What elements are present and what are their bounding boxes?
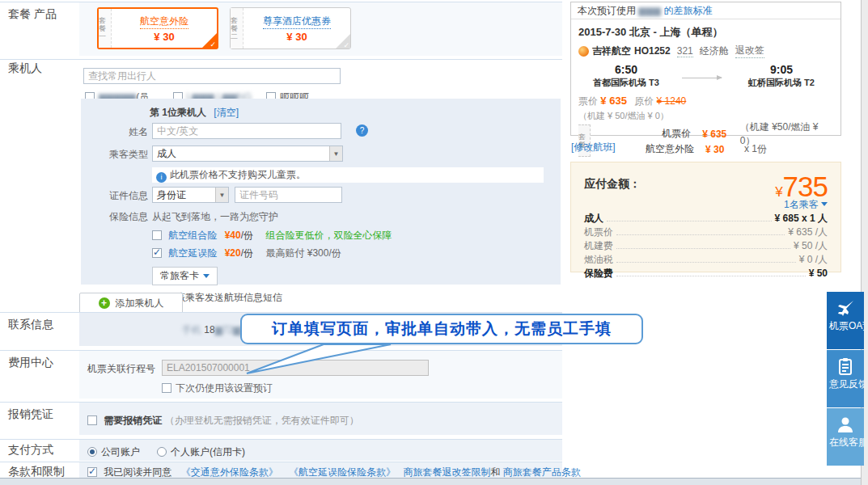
side-tab-bar: 机票OA预订 意见反馈 在线客服 — [827, 292, 864, 466]
check-icon: ✓ — [343, 41, 349, 49]
side-tab-label: 意见反馈 — [827, 377, 864, 391]
plus-icon: + — [99, 297, 110, 309]
sms-option: 给该乘客发送航班信息短信 — [152, 291, 632, 305]
package-product-terms-link[interactable]: 商旅套餐产品条款 — [503, 466, 581, 478]
insurance-price: ¥ 30 — [694, 144, 744, 155]
remember-setting-checkbox[interactable]: 下次仍使用该设置预订 — [162, 382, 273, 395]
insurance-quantity: x 1份 — [744, 142, 767, 156]
name-input[interactable] — [152, 123, 341, 139]
package-card-hotel-coupon[interactable]: 套餐二 尊享酒店优惠券 ¥ 30 ✓ — [230, 7, 351, 49]
insurance-unit: /份 — [241, 230, 253, 241]
passenger-count-toggle[interactable]: 1名乘客 — [584, 198, 828, 212]
travel-policy-line: 本次预订使用 ▆▆▆ 的差旅标准 — [571, 2, 840, 19]
passenger-detail-header: 第 1位乘机人 [清空] — [150, 106, 239, 120]
policy-link[interactable]: 的差旅标准 — [663, 5, 712, 16]
search-traveler-input[interactable] — [83, 68, 341, 84]
section-terms: 条款和限制 我已阅读并同意 《交通意外保险条款》 《航空延误险保险条款》 商旅套… — [0, 462, 562, 478]
radio-icon[interactable] — [157, 447, 167, 457]
chevron-down-icon[interactable]: ▼ — [215, 188, 228, 202]
breakdown-row: 成人¥ 685 x 1 人 — [584, 212, 828, 226]
frequent-flyer-card-button[interactable]: 常旅客卡 — [152, 267, 218, 285]
section-passenger: 乘机人 ▆▆▆▆▆(员… L▆▆▆ L▆▆NG 呃呃呃 第 1位乘机人 [清空]… — [0, 59, 562, 292]
passenger-index-title: 第 1位乘机人 — [150, 107, 206, 118]
arrival-airport: 虹桥国际机场 T2 — [730, 77, 833, 89]
package-card-title[interactable]: 航空意外险 — [140, 15, 188, 29]
airline-logo-icon — [578, 46, 589, 57]
section-package-label: 套餐 产品 — [8, 7, 79, 22]
checkbox-icon[interactable] — [152, 230, 162, 240]
checkbox-icon[interactable] — [87, 415, 97, 425]
id-type-select[interactable]: 身份证 ▼ — [152, 187, 229, 203]
section-passenger-label: 乘机人 — [8, 61, 79, 76]
contact-segment: ▆72▆ — [215, 324, 241, 335]
radio-selected-icon[interactable] — [87, 447, 97, 457]
package-summary: 套餐 机票价 ¥ 635 （机建 ¥50/燃油 ¥ 0） 航空意外险 ¥ 30 … — [578, 124, 833, 157]
traffic-insurance-terms-link[interactable]: 《交通意外保险条款》 — [181, 466, 278, 478]
terms-agree-text: 我已阅读并同意 — [104, 466, 171, 478]
passenger-content: ▆▆▆▆▆(员… L▆▆▆ L▆▆NG 呃呃呃 第 1位乘机人 [清空] 姓名 … — [79, 60, 562, 292]
section-payment-label: 支付方式 — [8, 443, 79, 458]
pay-personal-label: 个人账户(信用卡) — [171, 446, 245, 458]
original-price: ¥ 1240 — [657, 95, 687, 107]
insurance-unit: /份 — [241, 247, 253, 259]
window-bottom-edge — [0, 478, 861, 485]
passenger-count-label: 1名乘客 — [784, 199, 819, 210]
checkbox-checked-icon[interactable] — [87, 467, 97, 477]
trip-no-label: 机票关联行程号 — [87, 362, 155, 376]
original-price-label: 原价 — [634, 95, 654, 107]
arrival-time: 9:05 — [730, 63, 833, 76]
help-icon[interactable]: ? — [356, 124, 368, 137]
insurance-note: 组合险更低价，双险全心保障 — [265, 230, 392, 241]
departure-airport: 首都国际机场 T3 — [578, 77, 674, 89]
side-tab-online-service[interactable]: 在线客服 — [827, 408, 864, 466]
id-number-input[interactable] — [235, 187, 342, 203]
refund-rules-link[interactable]: 退改签 — [735, 44, 764, 58]
insurance-name-link[interactable]: 航空延误险 — [168, 247, 217, 259]
fare-amount: ¥ 635 — [600, 95, 627, 107]
insurance-option-combo: 航空组合险 ¥40/份 组合险更低价，双险全心保障 — [152, 229, 632, 242]
package-cards: 套餐一 航空意外险 ¥ 30 ✓ 套餐二 尊享酒店优惠券 ¥ 30 ✓ — [97, 7, 351, 49]
chevron-down-icon[interactable]: ▼ — [329, 146, 342, 161]
id-info-label: 证件信息 — [83, 189, 148, 203]
delay-insurance-terms-link[interactable]: 《航空延误险保险条款》 — [289, 466, 396, 478]
pay-personal-radio[interactable]: 个人账户(信用卡) — [157, 445, 245, 459]
package-card-title[interactable]: 尊享酒店优惠券 — [263, 15, 331, 29]
need-receipt-checkbox[interactable]: 需要报销凭证 （办理登机无需报销凭证，凭有效证件即可） — [87, 414, 359, 428]
contact-segment: 手机 — [182, 324, 201, 335]
breakdown-row: 燃油税¥ 0 /人 — [584, 253, 828, 267]
annotation-callout: 订单填写页面，审批单自动带入，无需员工手填 — [240, 314, 643, 344]
side-tab-feedback[interactable]: 意见反馈 — [827, 350, 864, 407]
modify-flight-link[interactable]: [修改航班] — [571, 141, 616, 154]
package-change-limit-link[interactable]: 商旅套餐退改签限制 — [403, 466, 490, 478]
section-contact-label: 联系信息 — [8, 318, 79, 332]
package-summary-row: 机票价 ¥ 635 （机建 ¥50/燃油 ¥ 0） — [591, 126, 833, 141]
insurance-name-link[interactable]: 航空组合险 — [168, 230, 217, 241]
clear-link[interactable]: [清空] — [214, 107, 239, 118]
chevron-down-icon — [821, 202, 828, 206]
arrow-right-icon — [682, 78, 722, 78]
flight-number: HO1252 — [634, 45, 671, 57]
package-card-insurance[interactable]: 套餐一 航空意外险 ¥ 30 ✓ — [97, 7, 218, 49]
passenger-detail-panel: 第 1位乘机人 [清空] 姓名 ? 乘客类型 成人 ▼ — [81, 99, 561, 285]
side-tab-flight-oa[interactable]: 机票OA预订 — [827, 292, 864, 349]
pay-company-radio[interactable]: 公司账户 — [87, 445, 140, 459]
checkbox-icon[interactable] — [162, 383, 171, 393]
aircraft-type-link[interactable]: 321 — [677, 45, 693, 57]
sms-label: 给该乘客发送航班信息短信 — [166, 292, 282, 303]
passenger-type-label: 乘客类型 — [83, 148, 148, 162]
airplane-icon — [836, 299, 855, 317]
check-icon: ✓ — [210, 40, 216, 48]
fare-name: 机票价 — [591, 127, 691, 141]
and-text: 和 — [490, 466, 500, 478]
child-ticket-notice: i此机票价格不支持购买儿童票。 — [152, 167, 544, 183]
flight-summary-box: 本次预订使用 ▆▆▆ 的差旅标准 2015-7-30 北京 - 上海（单程） 吉… — [570, 2, 841, 136]
passenger-type-select[interactable]: 成人 ▼ — [152, 146, 343, 162]
passenger-type-value: 成人 — [157, 147, 176, 161]
terms-content: 我已阅读并同意 《交通意外保险条款》 《航空延误险保险条款》 商旅套餐退改签限制… — [79, 462, 562, 478]
section-payment: 支付方式 公司账户 个人账户(信用卡) — [0, 439, 562, 461]
cabin-class: 经济舱 — [700, 44, 729, 58]
name-label: 姓名 — [83, 125, 148, 139]
checkbox-checked-icon[interactable] — [152, 248, 162, 258]
add-passenger-button[interactable]: + 添加乘机人 — [79, 293, 183, 314]
insurance-slogan: 从起飞到落地，一路为您守护 — [152, 210, 278, 224]
